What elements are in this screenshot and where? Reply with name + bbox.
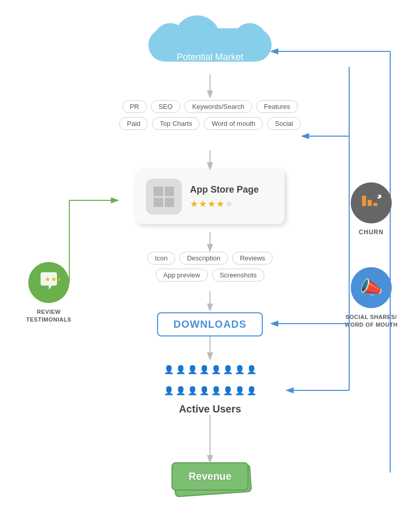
review-icon: ★★★ bbox=[37, 270, 60, 295]
app-icon bbox=[146, 179, 182, 215]
active-users-label: Active Users bbox=[159, 403, 261, 415]
pill-paid: Paid bbox=[119, 117, 148, 130]
svg-rect-17 bbox=[362, 196, 366, 206]
megaphone-icon: 📣 bbox=[360, 277, 383, 298]
churn-label: CHURN bbox=[351, 229, 392, 236]
pill-features: Features bbox=[256, 100, 298, 113]
users-icons: 👤 👤 👤 👤 👤 👤 👤 👤 👤 👤 👤 👤 👤 👤 👤 👤 bbox=[159, 360, 261, 401]
sub-pills: Icon Description Reviews App preview Scr… bbox=[123, 252, 297, 281]
svg-text:★★★: ★★★ bbox=[45, 275, 60, 283]
sub-pills-row-2: App preview Screenshots bbox=[156, 269, 264, 281]
revenue-bill-front: Revenue bbox=[171, 462, 249, 491]
pill-social: Social bbox=[267, 117, 300, 130]
churn-circle bbox=[351, 182, 392, 223]
pill-reviews: Reviews bbox=[232, 252, 273, 265]
svg-rect-18 bbox=[368, 200, 372, 206]
pills-row-1: PR SEO Keywords/Search Features bbox=[122, 100, 298, 113]
chart-down-icon bbox=[361, 191, 381, 215]
downloads-box: DOWNLOADS bbox=[157, 312, 263, 336]
active-users-container: 👤 👤 👤 👤 👤 👤 👤 👤 👤 👤 👤 👤 👤 👤 👤 👤 Active U… bbox=[159, 360, 261, 415]
sub-pills-row-1: Icon Description Reviews bbox=[147, 252, 273, 265]
diagram-container: Potential Market PR SEO Keywords/Search … bbox=[0, 0, 420, 526]
review-testimonials-label: REVIEW TESTIMONIALS bbox=[21, 308, 77, 324]
social-shares-label: SOCIAL SHARES/ WORD OF MOUTH bbox=[343, 313, 399, 329]
pill-screenshots: Screenshots bbox=[212, 269, 264, 281]
cloud-label: Potential Market bbox=[148, 52, 272, 63]
pill-seo: SEO bbox=[151, 100, 180, 113]
pill-app-preview: App preview bbox=[156, 269, 208, 281]
app-store-title: App Store Page bbox=[190, 184, 259, 195]
pill-icon: Icon bbox=[147, 252, 176, 265]
downloads-label: DOWNLOADS bbox=[174, 318, 246, 330]
pills-container: PR SEO Keywords/Search Features Paid Top… bbox=[102, 100, 318, 130]
app-store-card: App Store Page ★★★★★ bbox=[136, 170, 284, 224]
app-store-info: App Store Page ★★★★★ bbox=[190, 184, 259, 210]
pills-row-2: Paid Top Charts Word of mouth Social bbox=[119, 117, 300, 130]
social-shares-circle: 📣 bbox=[351, 267, 392, 308]
cloud-shape: Potential Market bbox=[148, 15, 272, 72]
pill-description: Description bbox=[179, 252, 228, 265]
revenue-label: Revenue bbox=[188, 471, 231, 482]
review-testimonials-circle: ★★★ bbox=[28, 262, 69, 303]
svg-rect-19 bbox=[373, 203, 377, 206]
pill-keywords: Keywords/Search bbox=[184, 100, 252, 113]
pill-pr: PR bbox=[122, 100, 147, 113]
pill-top-charts: Top Charts bbox=[152, 117, 200, 130]
star-rating: ★★★★★ bbox=[190, 198, 259, 210]
revenue-container: Revenue bbox=[171, 462, 249, 496]
pill-word-of-mouth: Word of mouth bbox=[204, 117, 263, 130]
